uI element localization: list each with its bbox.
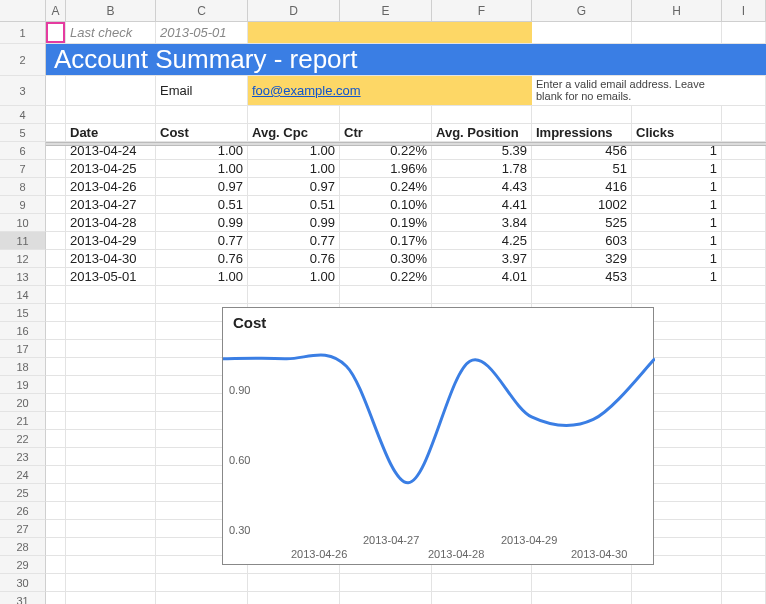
cell[interactable]: [532, 574, 632, 591]
cell[interactable]: [432, 592, 532, 604]
cell[interactable]: [46, 574, 66, 591]
cell[interactable]: 1002: [532, 196, 632, 213]
cell[interactable]: [46, 376, 66, 393]
cell[interactable]: [722, 214, 766, 231]
cell[interactable]: [722, 340, 766, 357]
cell[interactable]: [340, 574, 432, 591]
cell[interactable]: [722, 304, 766, 321]
cell[interactable]: 1.00: [156, 268, 248, 285]
cell[interactable]: 2013-05-01: [66, 268, 156, 285]
row-header[interactable]: 29: [0, 556, 46, 574]
cell[interactable]: [66, 286, 156, 303]
cell[interactable]: 1: [632, 232, 722, 249]
cell[interactable]: [722, 268, 766, 285]
cell[interactable]: [722, 76, 766, 105]
row-header[interactable]: 15: [0, 304, 46, 322]
cell[interactable]: [66, 304, 156, 321]
cell[interactable]: 0.76: [248, 250, 340, 267]
cell[interactable]: [46, 592, 66, 604]
cell[interactable]: [722, 430, 766, 447]
freeze-bar[interactable]: [46, 142, 766, 146]
cell[interactable]: 0.17%: [340, 232, 432, 249]
cell[interactable]: [66, 502, 156, 519]
cell[interactable]: [156, 574, 248, 591]
cell[interactable]: [722, 376, 766, 393]
cell[interactable]: 2013-04-29: [66, 232, 156, 249]
title-cell[interactable]: Account Summary - report: [46, 44, 766, 75]
cell[interactable]: [532, 22, 632, 43]
cell[interactable]: [722, 520, 766, 537]
cell[interactable]: 0.97: [156, 178, 248, 195]
cell[interactable]: Cost: [156, 124, 248, 141]
cell[interactable]: [632, 574, 722, 591]
cell[interactable]: [340, 106, 432, 123]
cell[interactable]: [248, 592, 340, 604]
cell[interactable]: [722, 574, 766, 591]
cell[interactable]: 0.99: [248, 214, 340, 231]
row-header[interactable]: 1: [0, 22, 46, 44]
email-link[interactable]: foo@example.com: [252, 83, 361, 98]
cell[interactable]: [722, 592, 766, 604]
cell[interactable]: [722, 232, 766, 249]
cell[interactable]: Ctr: [340, 124, 432, 141]
col-header-i[interactable]: I: [722, 0, 766, 21]
row-header[interactable]: 20: [0, 394, 46, 412]
cell[interactable]: 4.43: [432, 178, 532, 195]
cell[interactable]: 1: [632, 160, 722, 177]
cell[interactable]: 4.41: [432, 196, 532, 213]
cell[interactable]: [432, 106, 532, 123]
cell[interactable]: [722, 322, 766, 339]
cell[interactable]: [46, 502, 66, 519]
cell[interactable]: 1.00: [248, 160, 340, 177]
cell[interactable]: [66, 430, 156, 447]
row-header[interactable]: 8: [0, 178, 46, 196]
cell[interactable]: [632, 592, 722, 604]
row-header[interactable]: 31: [0, 592, 46, 604]
row-header[interactable]: 10: [0, 214, 46, 232]
cell[interactable]: [46, 268, 66, 285]
cell[interactable]: [340, 286, 432, 303]
cell[interactable]: Last check: [66, 22, 156, 43]
row-header[interactable]: 11: [0, 232, 46, 250]
cell[interactable]: 1.00: [248, 268, 340, 285]
cell[interactable]: [46, 286, 66, 303]
cell[interactable]: [722, 178, 766, 195]
col-header-f[interactable]: F: [432, 0, 532, 21]
row-header[interactable]: 23: [0, 448, 46, 466]
cell[interactable]: [66, 412, 156, 429]
cell[interactable]: 51: [532, 160, 632, 177]
col-header-a[interactable]: A: [46, 0, 66, 21]
cell[interactable]: [156, 592, 248, 604]
cell[interactable]: [46, 106, 66, 123]
cell[interactable]: [432, 286, 532, 303]
cell[interactable]: [46, 466, 66, 483]
cell[interactable]: [46, 214, 66, 231]
cell[interactable]: 453: [532, 268, 632, 285]
row-header[interactable]: 14: [0, 286, 46, 304]
cell[interactable]: [532, 106, 632, 123]
cell[interactable]: [46, 448, 66, 465]
cell[interactable]: [722, 502, 766, 519]
row-header[interactable]: 21: [0, 412, 46, 430]
cell[interactable]: [722, 286, 766, 303]
cell[interactable]: [46, 196, 66, 213]
col-header-c[interactable]: C: [156, 0, 248, 21]
cell[interactable]: 2013-04-28: [66, 214, 156, 231]
row-header[interactable]: 3: [0, 76, 46, 106]
cell[interactable]: 1.00: [156, 160, 248, 177]
cell[interactable]: 1: [632, 196, 722, 213]
cell[interactable]: 2013-04-25: [66, 160, 156, 177]
cell[interactable]: [248, 286, 340, 303]
cell[interactable]: Avg. Position: [432, 124, 532, 141]
cell[interactable]: Date: [66, 124, 156, 141]
row-header[interactable]: 25: [0, 484, 46, 502]
cell[interactable]: [46, 358, 66, 375]
cell[interactable]: [722, 160, 766, 177]
cell[interactable]: 0.99: [156, 214, 248, 231]
cell[interactable]: [46, 556, 66, 573]
col-header-h[interactable]: H: [632, 0, 722, 21]
row-header[interactable]: 4: [0, 106, 46, 124]
cell[interactable]: [722, 538, 766, 555]
cell[interactable]: [66, 574, 156, 591]
cell[interactable]: [248, 22, 532, 43]
